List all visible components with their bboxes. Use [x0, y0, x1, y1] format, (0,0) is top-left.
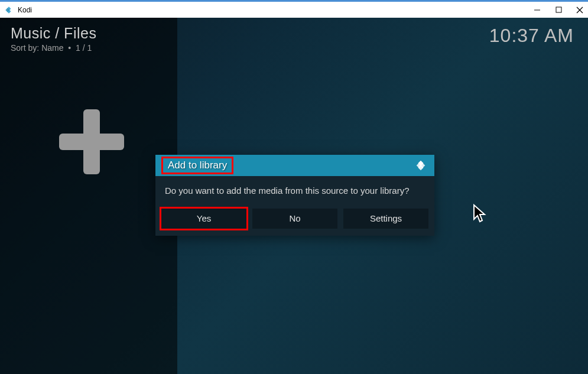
sort-separator: •	[66, 43, 76, 53]
svg-rect-1	[556, 7, 561, 12]
clock: 10:37 AM	[489, 25, 574, 47]
dialog-body: Do you want to add the media from this s…	[155, 176, 434, 209]
window-controls	[534, 6, 583, 14]
close-button[interactable]	[576, 6, 583, 14]
sort-label: Sort by: Name	[11, 43, 63, 53]
page-count: 1 / 1	[76, 43, 92, 53]
dialog-buttons: Yes No Settings	[155, 209, 434, 236]
dialog-header: Add to library	[155, 155, 434, 176]
breadcrumb-path: Music / Files	[11, 25, 96, 42]
titlebar-left: Kodi	[5, 6, 32, 14]
sidebar	[0, 18, 177, 374]
window-titlebar: Kodi	[0, 0, 588, 18]
window-title: Kodi	[18, 6, 32, 14]
kodi-logo-icon	[5, 6, 13, 14]
dialog-title-highlight: Add to library	[161, 157, 233, 174]
settings-button[interactable]: Settings	[343, 209, 428, 229]
minimize-button[interactable]	[534, 6, 541, 14]
yes-button[interactable]: Yes	[161, 209, 246, 229]
dialog-title: Add to library	[168, 160, 227, 171]
kodi-logo-icon	[414, 159, 427, 172]
add-source-tile[interactable]	[53, 103, 130, 180]
sort-info: Sort by: Name • 1 / 1	[11, 43, 96, 53]
cursor-icon	[472, 204, 488, 225]
dialog-message: Do you want to add the media from this s…	[165, 184, 425, 198]
no-button[interactable]: No	[252, 209, 337, 229]
maximize-button[interactable]	[555, 6, 562, 14]
app-content: Music / Files Sort by: Name • 1 / 1 10:3…	[0, 18, 588, 374]
breadcrumb: Music / Files Sort by: Name • 1 / 1	[11, 25, 96, 53]
plus-icon	[59, 109, 124, 174]
add-to-library-dialog: Add to library Do you want to add the me…	[155, 155, 434, 236]
